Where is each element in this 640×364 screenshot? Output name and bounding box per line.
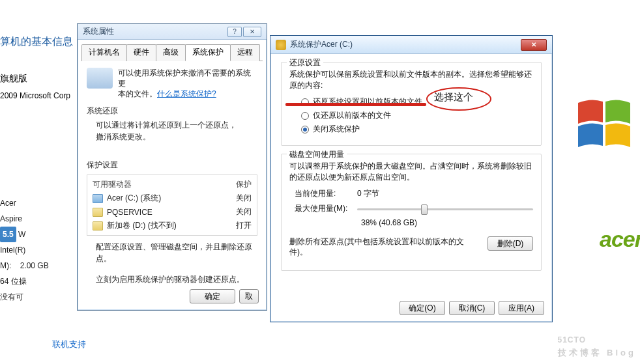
restore-icon <box>87 68 113 89</box>
radio-restore-files[interactable]: 仅还原以前版本的文件 <box>301 110 533 121</box>
page-edition: 旗舰版 <box>0 73 27 85</box>
spec-row: 没有可 <box>0 289 49 305</box>
col-protect: 保护 <box>236 179 252 190</box>
max-usage-slider[interactable] <box>357 204 533 214</box>
ok-button[interactable]: 确定 <box>190 289 235 303</box>
drive-icon <box>93 194 103 203</box>
current-usage-label: 当前使用量: <box>295 188 349 199</box>
wei-badge: 5.5 <box>0 227 16 242</box>
radio-disable[interactable]: 关闭系统保护 <box>301 124 533 135</box>
drive-list: 可用驱动器保护 Acer (C:) (系统)关闭 PQSERVICE关闭 新加卷… <box>87 175 257 236</box>
drive-row[interactable]: 新加卷 (D:) (找不到)打开 <box>87 219 257 232</box>
help-button[interactable]: ? <box>227 27 242 37</box>
drive-row[interactable]: PQSERVICE关闭 <box>87 205 257 219</box>
disk-usage-group: 磁盘空间使用量 可以调整用于系统保护的最大磁盘空间。占满空间时，系统将删除较旧的… <box>281 154 542 271</box>
tab-computer-name[interactable]: 计算机名 <box>81 44 127 61</box>
dialog-title: 系统属性 <box>83 26 114 37</box>
radio-icon <box>301 126 309 133</box>
tab-remote[interactable]: 远程 <box>230 44 260 61</box>
radio-icon <box>301 112 309 120</box>
max-usage-label: 最大使用量(M): <box>295 203 349 214</box>
spec-row: Intel(R) <box>0 242 49 258</box>
protect-section-title: 保护设置 <box>87 160 257 171</box>
spec-row: M): 2.00 GB <box>0 258 49 273</box>
cancel-button[interactable]: 取消(C) <box>449 301 495 315</box>
dialog-title: 系统保护Acer (C:) <box>290 39 353 50</box>
col-drive: 可用驱动器 <box>93 179 236 190</box>
annotation-text: 选择这个 <box>434 91 473 104</box>
tab-system-protection[interactable]: 系统保护 <box>185 44 231 61</box>
restore-section-title: 系统还原 <box>87 105 257 117</box>
cancel-button[interactable]: 取 <box>239 289 259 303</box>
spec-row: Aspire <box>0 211 49 227</box>
create-text: 立刻为启用系统保护的驱动器创建还原点。 <box>87 273 257 285</box>
ok-button[interactable]: 确定(O) <box>400 301 445 315</box>
group-desc: 可以调整用于系统保护的最大磁盘空间。占满空间时，系统将删除较旧的还原点以便为新还… <box>289 161 533 183</box>
drive-row[interactable]: Acer (C:) (系统)关闭 <box>87 191 257 205</box>
spec-rows: Acer Aspire 5.5 W Intel(R) M): 2.00 GB 6… <box>0 195 49 305</box>
spec-row: 5.5 W <box>0 227 49 242</box>
page-copyright: 2009 Microsoft Corp <box>0 91 70 100</box>
close-button[interactable]: ✕ <box>243 27 261 37</box>
info-text: 可以使用系统保护来撤消不需要的系统更 本的文件。什么是系统保护? <box>118 68 257 99</box>
drive-icon <box>93 221 103 231</box>
current-usage-value: 0 字节 <box>357 188 379 199</box>
tab-strip: 计算机名 硬件 高级 系统保护 远程 <box>81 44 263 61</box>
shield-icon <box>276 40 286 50</box>
group-legend: 还原设置 <box>287 57 323 68</box>
windows-logo-icon <box>575 98 633 150</box>
restore-text: 可以通过将计算机还原到上一个还原点， 撤消系统更改。 <box>87 119 257 143</box>
system-properties-dialog: 系统属性 ? ✕ 计算机名 硬件 高级 系统保护 远程 可以使用系统保护来撤消不… <box>77 23 267 311</box>
group-legend: 磁盘空间使用量 <box>287 149 347 160</box>
tab-hardware[interactable]: 硬件 <box>126 44 156 61</box>
drive-icon <box>93 208 103 217</box>
titlebar[interactable]: 系统保护Acer (C:) ✕ <box>270 36 552 54</box>
group-desc: 系统保护可以保留系统设置和以前文件版本的副本。选择您希望能够还原的内容: <box>289 69 533 91</box>
acer-logo: acer <box>600 227 640 252</box>
system-protection-c-dialog: 系统保护Acer (C:) ✕ 还原设置 系统保护可以保留系统设置和以前文件版本… <box>270 35 553 322</box>
close-button[interactable]: ✕ <box>521 39 547 51</box>
configure-text: 配置还原设置、管理磁盘空间，并且删除还原点。 <box>87 241 257 264</box>
page-title: 算机的基本信息 <box>0 35 73 49</box>
spec-row: 64 位操 <box>0 273 49 289</box>
watermark: 51CTO 技术博客 Blog <box>558 326 637 359</box>
spec-row: Acer <box>0 195 49 211</box>
slider-value: 38% (40.68 GB) <box>361 218 533 227</box>
apply-button[interactable]: 应用(A) <box>499 301 544 315</box>
online-support-link[interactable]: 联机支持 <box>52 339 86 350</box>
delete-desc: 删除所有还原点(其中包括系统设置和以前版本的文件)。 <box>289 236 481 257</box>
titlebar[interactable]: 系统属性 ? ✕ <box>78 24 267 40</box>
tab-advanced[interactable]: 高级 <box>156 44 186 61</box>
what-is-link[interactable]: 什么是系统保护? <box>157 89 216 98</box>
annotation-underline <box>285 103 426 106</box>
delete-button[interactable]: 删除(D) <box>487 236 533 251</box>
